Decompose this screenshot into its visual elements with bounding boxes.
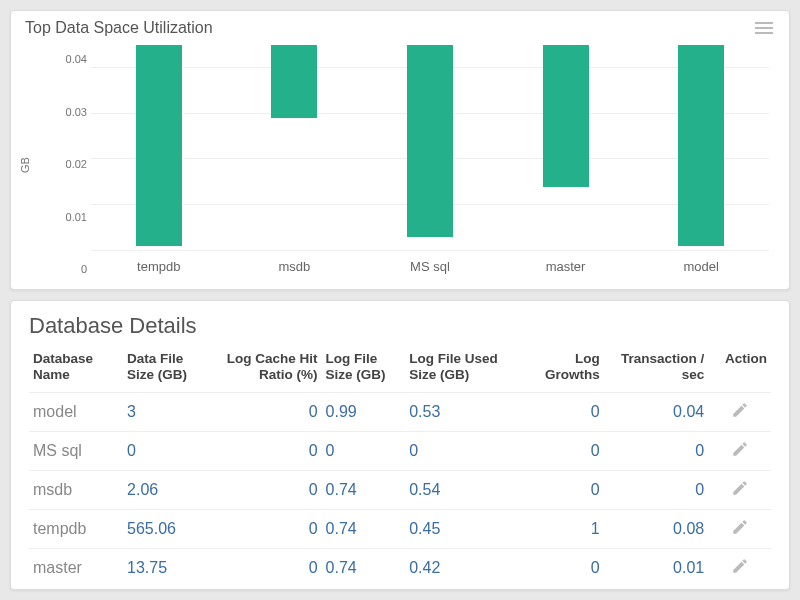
cell-db-name: tempdb [29, 510, 123, 549]
chart-bar: tempdb [91, 45, 227, 251]
chart-title: Top Data Space Utilization [25, 19, 213, 37]
cell-log-used: 0.42 [405, 549, 520, 588]
cell-tps: 0.08 [604, 510, 709, 549]
cell-data-file: 2.06 [123, 471, 207, 510]
cell-hit-ratio: 0 [207, 510, 322, 549]
cell-log-size: 0.74 [322, 510, 406, 549]
chart-menu-icon[interactable] [755, 19, 775, 37]
table-panel: Database Details Database Name Data File… [10, 300, 790, 590]
edit-icon[interactable] [731, 401, 749, 419]
chart-xtick: tempdb [137, 259, 180, 274]
chart-xtick: MS sql [410, 259, 450, 274]
cell-hit-ratio: 0 [207, 432, 322, 471]
col-db-name: Database Name [29, 345, 123, 393]
table-row: MS sql000000 [29, 432, 771, 471]
cell-data-file: 0 [123, 432, 207, 471]
cell-db-name: MS sql [29, 432, 123, 471]
cell-tps: 0.04 [604, 393, 709, 432]
edit-icon[interactable] [731, 440, 749, 458]
table-title: Database Details [29, 313, 771, 339]
cell-log-used: 0.53 [405, 393, 520, 432]
cell-hit-ratio: 0 [207, 471, 322, 510]
edit-icon[interactable] [731, 479, 749, 497]
cell-growths: 0 [520, 432, 604, 471]
col-action: Action [708, 345, 771, 393]
cell-growths: 1 [520, 510, 604, 549]
chart-bar: MS sql [362, 45, 498, 251]
cell-log-size: 0.99 [322, 393, 406, 432]
chart-xtick: master [546, 259, 586, 274]
cell-log-used: 0 [405, 432, 520, 471]
cell-growths: 0 [520, 549, 604, 588]
table-row: msdb2.0600.740.5400 [29, 471, 771, 510]
chart-bar: model [633, 45, 769, 251]
edit-icon[interactable] [731, 557, 749, 575]
chart-ytick: 0.02 [53, 158, 87, 170]
cell-log-used: 0.45 [405, 510, 520, 549]
chart-ytick: 0.01 [53, 211, 87, 223]
cell-hit-ratio: 0 [207, 393, 322, 432]
col-hit-ratio: Log Cache Hit Ratio (%) [207, 345, 322, 393]
chart-xtick: msdb [278, 259, 310, 274]
chart-bar: master [498, 45, 634, 251]
cell-growths: 0 [520, 393, 604, 432]
cell-db-name: msdb [29, 471, 123, 510]
database-table: Database Name Data File Size (GB) Log Ca… [29, 345, 771, 587]
col-tps: Transaction / sec [604, 345, 709, 393]
cell-data-file: 565.06 [123, 510, 207, 549]
cell-log-size: 0 [322, 432, 406, 471]
cell-log-used: 0.54 [405, 471, 520, 510]
cell-tps: 0.01 [604, 549, 709, 588]
table-row: model300.990.5300.04 [29, 393, 771, 432]
table-row: tempdb565.0600.740.4510.08 [29, 510, 771, 549]
chart-bar: msdb [227, 45, 363, 251]
chart-ytick: 0.03 [53, 106, 87, 118]
edit-icon[interactable] [731, 518, 749, 536]
chart-xtick: model [683, 259, 718, 274]
col-log-used: Log File Used Size (GB) [405, 345, 520, 393]
cell-log-size: 0.74 [322, 471, 406, 510]
col-data-file: Data File Size (GB) [123, 345, 207, 393]
chart-ytick: 0.04 [53, 53, 87, 65]
chart-y-axis-label: GB [19, 157, 31, 173]
cell-data-file: 3 [123, 393, 207, 432]
cell-growths: 0 [520, 471, 604, 510]
table-header-row: Database Name Data File Size (GB) Log Ca… [29, 345, 771, 393]
cell-tps: 0 [604, 432, 709, 471]
chart-panel: Top Data Space Utilization GB tempdbmsdb… [10, 10, 790, 290]
col-log-growths: Log Growths [520, 345, 604, 393]
chart-plot-area: tempdbmsdbMS sqlmastermodel 00.010.020.0… [51, 45, 769, 281]
cell-tps: 0 [604, 471, 709, 510]
cell-data-file: 13.75 [123, 549, 207, 588]
col-log-size: Log File Size (GB) [322, 345, 406, 393]
chart-ytick: 0 [53, 263, 87, 275]
cell-db-name: master [29, 549, 123, 588]
table-row: master13.7500.740.4200.01 [29, 549, 771, 588]
cell-log-size: 0.74 [322, 549, 406, 588]
cell-db-name: model [29, 393, 123, 432]
cell-hit-ratio: 0 [207, 549, 322, 588]
